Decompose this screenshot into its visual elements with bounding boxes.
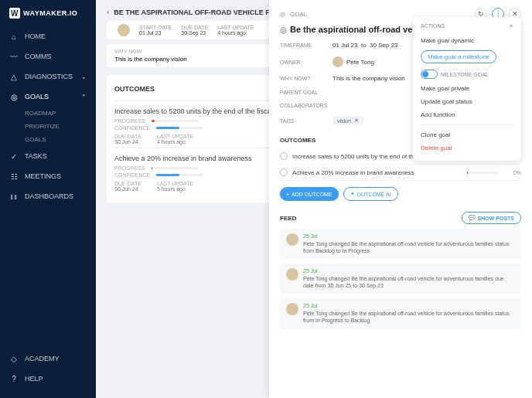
owner-avatar [332,56,343,67]
feed-item: 25 JulPete Tong changed Be the aspiratio… [280,229,521,259]
owner-name: Pete Tong [346,59,374,66]
target-icon: ◎ [280,26,287,34]
help-icon: ? [9,374,19,383]
drawer-eyebrow: GOAL [290,11,307,18]
why-label: WHY NOW? [280,76,332,81]
show-posts-button[interactable]: 💬SHOW POSTS [462,212,521,224]
action-make-private[interactable]: Make goal private [421,82,513,95]
mini-progress [467,172,498,174]
feed-item: 25 JulPete Tong changed Be the aspiratio… [280,298,521,328]
nav-diagnostics[interactable]: △DIAGNOSTICS⌄ [0,66,96,87]
feed-text: Pete Tong changed Be the aspirational of… [303,240,515,254]
chevron-down-icon: ⌄ [81,73,87,80]
progress-label: PROGRESS [114,165,145,171]
divider [421,124,513,125]
last-update-value: 4 hours ago [217,30,254,36]
close-actions-icon[interactable]: ✕ [509,23,513,29]
action-make-milestone[interactable]: Make goal a milestone [421,50,496,63]
nav-diagnostics-label: DIAGNOSTICS [25,73,73,80]
due-date-label: DUE DATE [181,25,208,30]
nav-comms-label: COMMS [25,53,52,60]
radio-icon[interactable] [280,168,288,176]
chart-icon: ⫾⫾ [9,192,19,201]
progress-label: PROGRESS [114,118,145,124]
action-update-status[interactable]: Update goal status [421,95,513,108]
nav-help-label: HELP [25,375,43,383]
upd-label: LAST UPDATE [157,134,193,139]
nav-tasks[interactable]: ✓TASKS [0,146,96,166]
nav-comms[interactable]: 〰COMMS [0,46,96,66]
nav-academy[interactable]: ◇ACADEMY [0,349,96,369]
milestone-goal-toggle-row: MILESTONE GOAL [421,70,513,79]
sidebar: W WAYMAKER.IO ⌂HOME 〰COMMS △DIAGNOSTICS⌄… [0,0,96,398]
feed-date: 25 Jul [303,233,515,239]
check-icon: ✓ [9,151,19,161]
nav-help[interactable]: ?HELP [0,369,96,389]
timeframe-from: 01 Jul 23 [332,42,357,49]
chevron-up-icon: ⌃ [81,94,87,100]
breadcrumb-text: BE THE ASPIRATIONAL OFF-ROAD VEHICLE FO [114,9,275,16]
due-value: 30 Jun 24 [114,139,142,145]
feed-item: 25 JulPete Tong changed Be the aspiratio… [280,264,521,294]
start-date-label: START DATE [139,25,172,30]
nav-dashboards[interactable]: ⫾⫾DASHBOARDS [0,186,96,206]
confidence-bar [156,127,203,129]
feed-text: Pete Tong changed Be the aspirational of… [303,275,515,289]
radio-icon[interactable] [280,152,288,160]
outcome-text: Achieve a 20% increase in brand awarenes… [292,169,414,176]
tag-chip[interactable]: vision✕ [332,116,363,125]
due-label: DUE DATE [114,181,142,186]
nav-tasks-label: TASKS [25,152,47,160]
timeframe-to: 30 Sep 23 [370,42,397,49]
nav-home[interactable]: ⌂HOME [0,26,96,46]
feed-date: 25 Jul [303,268,515,274]
drawer-add-outcome-button[interactable]: +ADD OUTCOME [280,187,339,201]
subnav-goals[interactable]: GOALS [0,133,96,146]
brand-text: WAYMAKER.IO [23,9,77,17]
progress-bar [152,120,198,122]
chevron-left-icon[interactable]: ‹ [107,8,109,16]
badge-icon: ◇ [9,354,19,363]
logo-icon: W [9,8,20,19]
feed-text: Pete Tong changed Be the aspirational of… [303,310,515,324]
feed-avatar [286,303,298,315]
target-icon: ◎ [280,11,285,18]
outcomes-heading: OUTCOMES [280,137,315,144]
owner-avatar[interactable] [118,24,130,36]
action-make-dynamic[interactable]: Make goal dynamic [421,34,513,47]
warning-icon: △ [9,72,19,81]
nav-goals[interactable]: ◎GOALS⌃ [0,87,96,107]
add-outcome-label: ADD OUTCOME [292,192,332,197]
nav-academy-label: ACADEMY [25,355,60,362]
ai-icon: ✦ [350,191,355,197]
nav-meetings-label: MEETINGS [25,172,61,180]
last-update-label: LAST UPDATE [217,25,254,30]
due-date-value: 30 Sep 23 [181,30,208,36]
nav-dashboards-label: DASHBOARDS [25,192,73,200]
activity-icon: 〰 [9,52,19,61]
nav-meetings[interactable]: ☷MEETINGS [0,166,96,186]
confidence-bar [156,174,203,176]
outcomes-title: OUTCOMES [114,85,155,93]
outcome-ai-button[interactable]: ✦OUTCOME AI [343,187,398,201]
milestone-toggle[interactable] [421,70,438,79]
feed-avatar [286,233,298,246]
collaborators-label: COLLABORATORS [280,103,332,108]
drawer-outcome-row[interactable]: Achieve a 20% increase in brand awarenes… [280,165,521,181]
logo[interactable]: W WAYMAKER.IO [0,0,96,26]
why-text: This is the company vision [332,75,405,82]
due-label: DUE DATE [114,134,142,139]
upd-value: 5 hours ago [157,186,193,192]
action-add-function[interactable]: Add function [421,108,513,121]
plus-icon: + [286,192,289,197]
feed-heading: FEED [280,215,296,222]
action-clone-goal[interactable]: Clone goal [421,128,513,141]
subnav-roadmap[interactable]: ROADMAP [0,107,96,120]
subnav-prioritize[interactable]: PRIORITIZE [0,120,96,133]
parent-goal-label: PARENT GOAL [280,90,332,95]
action-delete-goal[interactable]: Delete goal [421,141,513,155]
remove-tag-icon[interactable]: ✕ [354,117,359,124]
confidence-label: CONFIDENCE [114,125,150,131]
milestone-goal-label: MILESTONE GOAL [441,72,489,77]
outcome-pct: 0% [503,170,521,175]
